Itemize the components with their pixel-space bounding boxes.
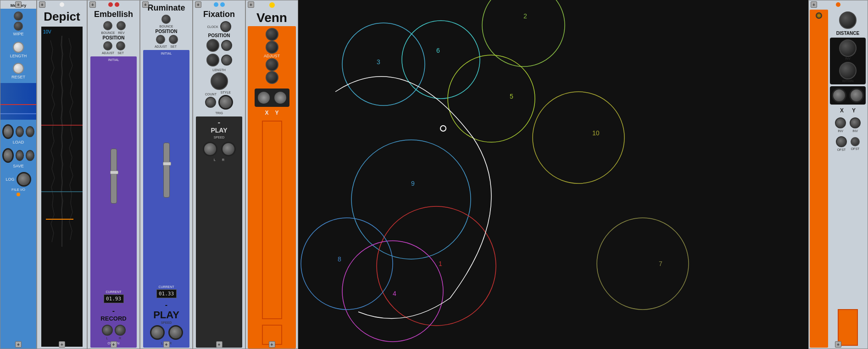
embellish-bounce-knob[interactable] xyxy=(103,21,112,30)
venn-knob4[interactable] xyxy=(266,71,278,84)
fixation-port1[interactable] xyxy=(221,40,232,51)
right-within-knob[interactable] xyxy=(839,62,857,79)
memory-length-label: LENGTH xyxy=(10,54,27,58)
right-plus-top[interactable]: + xyxy=(811,1,817,8)
fixation-r-port[interactable] xyxy=(221,142,236,156)
memory-plus-bottom[interactable]: + xyxy=(15,341,22,348)
right-y-port[interactable] xyxy=(849,88,864,103)
depict-plus-top[interactable]: + xyxy=(39,1,45,8)
ruminate-r-port[interactable] xyxy=(168,325,183,340)
fixation-lr-row xyxy=(197,141,241,157)
embellish-r-port[interactable] xyxy=(115,325,126,336)
ruminate-adjust-row: ADJUST SET xyxy=(140,34,192,49)
right-inv-knob[interactable] xyxy=(839,39,857,57)
embellish-l-port[interactable] xyxy=(102,325,113,336)
embellish-slider-track[interactable] xyxy=(111,149,117,204)
ruminate-plus-top[interactable]: + xyxy=(142,1,149,8)
ruminate-adjust-label: ADJUST xyxy=(155,45,167,48)
memory-log-port[interactable] xyxy=(17,172,31,187)
ruminate-bounce-knob[interactable] xyxy=(161,15,171,24)
fixation-clock-label: CLOCK xyxy=(207,25,218,28)
embellish-led-red xyxy=(108,2,113,7)
memory-load-port3[interactable] xyxy=(26,126,34,137)
ruminate-bounce-label: BOUNCE xyxy=(160,25,173,28)
ruminate-play-label: PLAY xyxy=(153,309,179,321)
fixation-knob2[interactable] xyxy=(206,54,219,66)
depict-plus-bottom[interactable]: + xyxy=(59,341,65,348)
right-distance-knob[interactable] xyxy=(839,11,857,29)
right-y-label: Y xyxy=(852,107,856,114)
fixation-l-port[interactable] xyxy=(203,142,217,156)
embellish-current-label: CURRENT xyxy=(106,290,121,294)
venn-header: + xyxy=(246,0,298,10)
ruminate-adjust-knob[interactable] xyxy=(156,35,165,44)
memory-plus-top[interactable]: + xyxy=(15,1,22,8)
memory-load-row xyxy=(0,123,36,140)
right-x-port[interactable] xyxy=(832,88,846,103)
right-ofsty-knob[interactable] xyxy=(851,137,860,146)
ruminate-plus-bottom[interactable]: + xyxy=(163,341,170,348)
right-invy-col: INV xyxy=(850,117,861,133)
embellish-plus-top[interactable]: + xyxy=(89,1,96,8)
fixation-speed-label: SPEED xyxy=(214,136,225,139)
right-ofstx-col: OFST xyxy=(836,136,847,151)
right-invx-port[interactable] xyxy=(835,117,846,128)
right-ofstx-port[interactable] xyxy=(836,136,847,147)
memory-wipe-knob[interactable] xyxy=(14,11,23,21)
venn-y-port[interactable] xyxy=(273,90,288,105)
ruminate-l-port[interactable] xyxy=(150,325,165,340)
fixation-clock-port[interactable] xyxy=(220,21,231,32)
ruminate-title: Ruminate xyxy=(147,3,185,13)
fixation-length-label: LENGTH xyxy=(212,68,225,72)
fixation-led-blue xyxy=(214,2,218,7)
fixation-dash: - xyxy=(218,118,220,127)
venn-knob3[interactable] xyxy=(266,58,278,71)
venn-knob1[interactable] xyxy=(266,28,278,41)
ruminate-speed-label: SPEED xyxy=(161,321,172,324)
venn-plus-top[interactable]: + xyxy=(248,1,254,8)
memory-header: + xyxy=(0,0,36,2)
right-plus-bottom[interactable]: + xyxy=(835,341,841,348)
fixation-play-label: PLAY xyxy=(211,127,227,134)
memory-wipe-knob2[interactable] xyxy=(14,22,23,31)
fixation-knobs-row xyxy=(193,38,245,53)
ruminate-slider-track[interactable] xyxy=(163,143,170,198)
embellish-set-knob[interactable] xyxy=(116,41,125,50)
memory-save-port3[interactable] xyxy=(26,150,34,161)
venn-plus-bottom[interactable]: + xyxy=(269,341,275,348)
fixation-dark-strip: - PLAY SPEED L R xyxy=(196,116,242,348)
fixation-plus-top[interactable]: + xyxy=(195,1,201,8)
memory-save-port2[interactable] xyxy=(16,150,24,161)
fixation-length-knob[interactable] xyxy=(211,72,228,90)
embellish-set-label: SET xyxy=(117,51,124,55)
memory-reset-knob[interactable] xyxy=(13,63,24,74)
embellish-plus-bottom[interactable]: + xyxy=(111,341,117,348)
fixation-title: Fixation xyxy=(203,10,235,19)
svg-text:6: 6 xyxy=(436,47,440,54)
venn-knob2[interactable] xyxy=(266,41,278,54)
embellish-adjust-knob[interactable] xyxy=(103,41,112,50)
right-invy-port[interactable] xyxy=(850,117,861,128)
ruminate-set-col: SET xyxy=(169,35,178,48)
memory-load-port2[interactable] xyxy=(16,126,24,137)
svg-text:8: 8 xyxy=(338,255,341,263)
memory-save-port1[interactable] xyxy=(2,148,14,163)
memory-load-port1[interactable] xyxy=(2,124,14,139)
memory-load-label: LOAD xyxy=(13,140,24,144)
right-header: + xyxy=(809,0,868,9)
right-orange-strip xyxy=(810,10,828,348)
embellish-adjust-label: ADJUST xyxy=(102,51,114,55)
fixation-plus-bottom[interactable]: + xyxy=(216,341,223,348)
ruminate-set-knob[interactable] xyxy=(169,35,178,44)
right-knob-indicator xyxy=(816,12,822,19)
right-invx-label: INV xyxy=(838,129,843,133)
svg-text:7: 7 xyxy=(659,260,662,267)
fixation-knob1[interactable] xyxy=(206,39,219,52)
embellish-r-col: R xyxy=(115,325,126,340)
fixation-port2[interactable] xyxy=(221,55,232,66)
fixation-style-port[interactable] xyxy=(218,95,233,110)
fixation-count-port[interactable] xyxy=(205,97,216,108)
embellish-rev-knob[interactable] xyxy=(117,21,126,30)
venn-x-port[interactable] xyxy=(256,90,271,105)
memory-length-knob[interactable] xyxy=(13,42,24,53)
